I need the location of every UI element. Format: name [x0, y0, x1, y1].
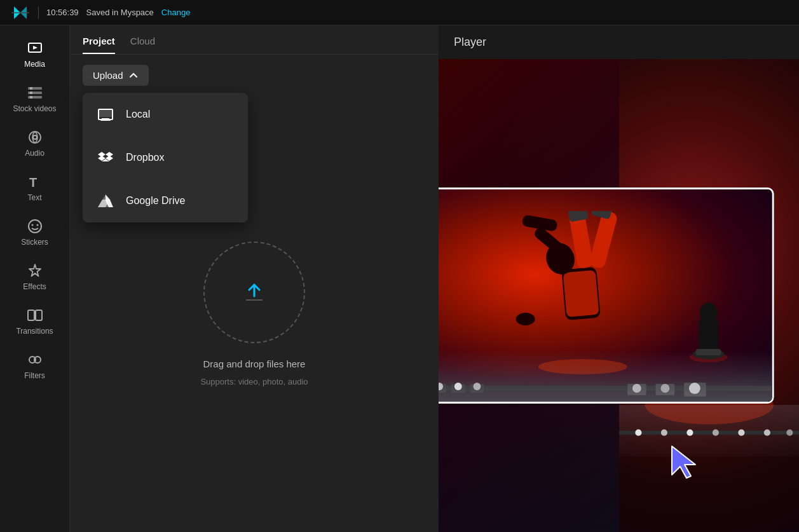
drag-drop-subtext: Supports: video, photo, audio — [200, 377, 308, 386]
sidebar-item-effects[interactable]: Effects — [0, 254, 69, 299]
sidebar-item-audio-label: Audio — [25, 149, 44, 158]
audio-icon — [26, 128, 44, 146]
stickers-icon — [26, 217, 44, 235]
svg-rect-24 — [99, 109, 113, 117]
svg-point-56 — [538, 359, 627, 374]
upload-section: Upload Local — [70, 55, 439, 96]
drag-drop-text: Drag and drop files here — [203, 358, 306, 369]
svg-rect-40 — [619, 405, 800, 456]
svg-rect-7 — [30, 92, 32, 94]
sidebar-item-audio[interactable]: Audio — [0, 121, 69, 165]
svg-rect-23 — [100, 119, 111, 121]
svg-rect-71 — [695, 349, 721, 355]
drag-drop-circle — [203, 242, 305, 343]
svg-text:T: T — [29, 175, 37, 189]
topbar: 10:56:39 Saved in Myspace Change — [0, 0, 799, 25]
svg-rect-64 — [588, 211, 618, 269]
cursor-arrow — [669, 443, 707, 481]
svg-point-10 — [33, 135, 37, 139]
svg-marker-2 — [33, 46, 38, 50]
icon-sidebar: Media Stock videos Audio — [0, 25, 70, 532]
svg-point-14 — [36, 224, 38, 226]
svg-marker-15 — [29, 264, 41, 276]
chevron-up-icon — [128, 71, 139, 81]
dropdown-item-dropbox-label: Dropbox — [126, 152, 164, 163]
filters-icon — [26, 351, 44, 369]
sidebar-item-media[interactable]: Media — [0, 32, 69, 76]
text-icon: T — [26, 173, 44, 191]
sidebar-item-effects-label: Effects — [23, 282, 46, 291]
sidebar-item-transitions[interactable]: Transitions — [0, 299, 69, 343]
sidebar-item-transitions-label: Transitions — [16, 327, 53, 336]
tab-cloud[interactable]: Cloud — [130, 36, 155, 54]
svg-marker-72 — [672, 446, 695, 478]
svg-point-62 — [516, 313, 535, 325]
local-icon — [95, 104, 116, 125]
svg-rect-58 — [563, 270, 599, 317]
dropdown-item-local[interactable]: Local — [83, 93, 248, 136]
stock-videos-icon — [26, 84, 44, 102]
upload-dropdown: Local Dropbox — [83, 93, 248, 222]
dropdown-item-google-drive-label: Google Drive — [126, 195, 185, 207]
svg-rect-17 — [36, 310, 42, 320]
media-icon — [26, 39, 44, 57]
sidebar-item-filters-label: Filters — [24, 371, 45, 380]
svg-point-9 — [29, 132, 41, 143]
svg-rect-6 — [30, 87, 32, 90]
dropdown-item-local-label: Local — [126, 109, 150, 120]
main-layout: Media Stock videos Audio — [0, 25, 799, 532]
sidebar-item-stock-videos-label: Stock videos — [13, 104, 56, 113]
sidebar-item-text[interactable]: T Text — [0, 165, 69, 210]
preview-dancer-silhouette — [512, 211, 652, 376]
player-title: Player — [439, 25, 799, 59]
dropdown-item-google-drive[interactable]: Google Drive — [83, 179, 248, 222]
sidebar-item-stickers-label: Stickers — [21, 238, 48, 247]
content-tabs: Project Cloud — [70, 25, 439, 55]
effects-icon — [26, 262, 44, 280]
topbar-time: 10:56:39 — [46, 8, 79, 17]
svg-point-12 — [29, 220, 41, 233]
svg-point-69 — [699, 303, 717, 323]
sidebar-item-stickers[interactable]: Stickers — [0, 210, 69, 254]
player-area: Player — [439, 25, 799, 532]
sidebar-item-stock-videos[interactable]: Stock videos — [0, 76, 69, 121]
google-drive-icon — [95, 191, 116, 211]
svg-rect-16 — [28, 310, 34, 320]
topbar-change-link[interactable]: Change — [161, 8, 191, 17]
upload-button-label: Upload — [93, 70, 123, 81]
dropbox-icon — [95, 147, 116, 168]
dropdown-item-dropbox[interactable]: Dropbox — [83, 136, 248, 179]
topbar-divider — [38, 6, 39, 19]
upload-button[interactable]: Upload — [83, 65, 149, 86]
transitions-icon — [26, 306, 44, 324]
player-viewport — [439, 59, 799, 532]
topbar-saved-status: Saved in Myspace — [86, 8, 154, 17]
svg-point-13 — [31, 224, 33, 226]
sidebar-item-media-label: Media — [24, 60, 45, 69]
upload-arrow-icon — [239, 277, 270, 308]
tab-project[interactable]: Project — [83, 36, 115, 54]
sidebar-item-text-label: Text — [27, 193, 41, 202]
background-musician — [683, 294, 734, 370]
app-logo[interactable] — [10, 3, 31, 23]
video-preview — [439, 188, 774, 404]
svg-rect-8 — [30, 96, 32, 99]
sidebar-item-filters[interactable]: Filters — [0, 343, 69, 388]
content-panel: Project Cloud Upload — [70, 25, 439, 532]
